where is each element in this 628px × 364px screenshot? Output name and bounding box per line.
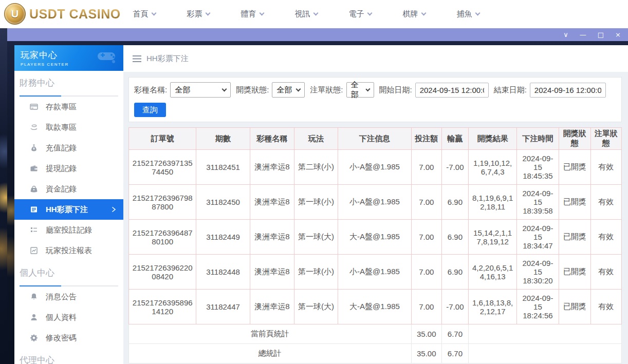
cell-bet_amount: 7.00 bbox=[411, 150, 441, 185]
cell-win_loss: -7.00 bbox=[441, 290, 468, 324]
casino-background-image bbox=[0, 28, 7, 364]
sidebar-section-agent: 代理中心 bbox=[14, 348, 123, 364]
book-icon bbox=[30, 205, 38, 214]
sidebar-item-label: 存款專區 bbox=[46, 102, 77, 112]
sidebar-item-label: 消息公告 bbox=[46, 292, 77, 302]
bets-table: 訂單號期數彩種名稱玩法下注信息投注額輸贏開獎結果下注時間開獎狀態注單狀態 215… bbox=[128, 127, 622, 363]
nav-item-cards[interactable]: 棋牌 bbox=[387, 0, 441, 28]
cell-period: 31182451 bbox=[196, 150, 250, 185]
draw-status-select[interactable]: 全部 bbox=[272, 82, 305, 98]
menu-toggle-icon[interactable] bbox=[133, 55, 141, 62]
chevron-down-icon bbox=[205, 11, 210, 16]
main-nav: 首頁彩票體育視訊電子棋牌捕魚 bbox=[117, 0, 495, 28]
close-icon[interactable]: × bbox=[615, 31, 621, 38]
table-header-row: 訂單號期數彩種名稱玩法下注信息投注額輸贏開獎結果下注時間開獎狀態注單狀態 bbox=[129, 128, 622, 150]
sidebar-item-label: 個人資料 bbox=[46, 313, 77, 322]
cell-draw_status: 已開獎 bbox=[559, 150, 590, 185]
cell-win_loss: -7.00 bbox=[441, 150, 468, 185]
chevron-down-icon bbox=[313, 11, 318, 16]
nav-item-home[interactable]: 首頁 bbox=[117, 0, 171, 28]
query-button[interactable]: 查詢 bbox=[134, 103, 166, 117]
sidebar-item-deposit[interactable]: 存款專區 bbox=[14, 97, 123, 117]
cell-bet_info: 小-A盤@1.985 bbox=[338, 255, 411, 290]
table-row: 215217263962200842031182448澳洲幸运8第一球(小)小-… bbox=[129, 255, 622, 290]
summary-win-loss: 6.70 bbox=[441, 344, 468, 363]
order-status-select[interactable]: 全部 bbox=[346, 82, 374, 98]
minimize-icon[interactable]: — bbox=[580, 31, 586, 38]
lottery-name-select[interactable]: 全部 bbox=[170, 82, 231, 98]
chevron-down-icon bbox=[222, 87, 227, 92]
cell-lottery: 澳洲幸运8 bbox=[250, 255, 294, 290]
maximize-icon[interactable]: □ bbox=[598, 31, 604, 38]
cell-draw_status: 已開獎 bbox=[559, 255, 590, 290]
cell-period: 31182447 bbox=[196, 290, 250, 324]
player-center-window: ∨ — □ × 玩家中心 PLAYERS CENTER 財務中心存款專區取款專區… bbox=[7, 28, 628, 364]
end-date-input[interactable] bbox=[530, 83, 606, 98]
nav-item-lottery[interactable]: 彩票 bbox=[171, 0, 225, 28]
chevron-down-icon bbox=[296, 87, 301, 92]
cell-bet_info: 大-A盤@1.985 bbox=[338, 220, 411, 255]
cell-bet_info: 小-A盤@1.985 bbox=[338, 185, 411, 220]
cell-play: 第一球(大) bbox=[294, 290, 338, 324]
brand-name: USDT CASINO bbox=[29, 7, 121, 22]
summary-empty bbox=[469, 344, 622, 363]
cell-play: 第二球(小) bbox=[294, 150, 338, 185]
cell-order_status: 有效 bbox=[590, 255, 621, 290]
cell-bet_amount: 7.00 bbox=[411, 255, 441, 290]
summary-label: 當前頁統計 bbox=[129, 324, 412, 344]
column-header-draw_status: 開獎狀態 bbox=[559, 128, 590, 150]
cell-draw_result: 1,19,10,12,6,7,4,3 bbox=[469, 150, 517, 185]
sidebar-item-withdraw[interactable]: 取款專區 bbox=[14, 117, 123, 138]
cell-period: 31182450 bbox=[196, 185, 250, 220]
cell-bet_time: 2024-09-15 18:30:20 bbox=[517, 255, 559, 290]
cell-lottery: 澳洲幸运8 bbox=[250, 220, 294, 255]
filter-row: 彩種名稱: 全部 開獎狀態: 全部 注單狀態: 全部 bbox=[133, 82, 617, 98]
sidebar-sections: 財務中心存款專區取款專區充值記錄提現記錄資金記錄HH彩票下注廳室投註記錄玩家投注… bbox=[14, 71, 123, 364]
chevron-down-icon bbox=[365, 87, 370, 91]
lottery-name-label: 彩種名稱: bbox=[134, 85, 167, 95]
sidebar-item-hh-lottery-bet[interactable]: HH彩票下注 bbox=[14, 199, 123, 220]
sidebar-item-player-bet-report[interactable]: 玩家投注報表 bbox=[14, 240, 123, 261]
cell-bet_info: 大-A盤@1.985 bbox=[338, 290, 411, 324]
sidebar-item-hall-bet-record[interactable]: 廳室投註記錄 bbox=[14, 220, 123, 240]
nav-item-slots[interactable]: 電子 bbox=[333, 0, 387, 28]
filter-panel: 彩種名稱: 全部 開獎狀態: 全部 注單狀態: 全部 bbox=[128, 77, 622, 122]
nav-item-video[interactable]: 視訊 bbox=[279, 0, 333, 28]
purse-icon bbox=[30, 185, 38, 193]
collapse-icon[interactable]: ∨ bbox=[563, 31, 568, 38]
summary-win-loss: 6.70 bbox=[441, 324, 468, 344]
cell-bet_amount: 7.00 bbox=[411, 290, 441, 324]
cell-period: 31182449 bbox=[196, 220, 250, 255]
cell-period: 31182448 bbox=[196, 255, 250, 290]
cell-draw_result: 4,2,20,6,5,14,16,13 bbox=[469, 255, 517, 290]
nav-item-sports[interactable]: 體育 bbox=[225, 0, 279, 28]
sidebar-item-funds-record[interactable]: 資金記錄 bbox=[14, 179, 123, 199]
gamepad-icon bbox=[97, 50, 117, 64]
start-date-label: 開始日期: bbox=[379, 85, 412, 95]
report-icon bbox=[30, 246, 38, 255]
sidebar-item-change-password[interactable]: 修改密碼 bbox=[14, 328, 123, 348]
sidebar-item-recharge-record[interactable]: 充值記錄 bbox=[14, 138, 123, 158]
sidebar-item-notice[interactable]: 消息公告 bbox=[14, 286, 123, 307]
cell-play: 第一球(大) bbox=[294, 220, 338, 255]
cell-order_status: 有效 bbox=[590, 150, 621, 185]
nav-item-fishing[interactable]: 捕魚 bbox=[441, 0, 495, 28]
cell-draw_result: 15,14,2,1,17,8,19,12 bbox=[469, 220, 517, 255]
cell-order_status: 有效 bbox=[590, 220, 621, 255]
column-header-order_status: 注單狀態 bbox=[590, 128, 621, 150]
sidebar-item-profile[interactable]: 個人資料 bbox=[14, 307, 123, 328]
cell-win_loss: 6.90 bbox=[441, 255, 468, 290]
cell-order_no: 2152172639679887800 bbox=[129, 185, 196, 220]
gear-icon bbox=[30, 334, 38, 342]
sidebar-item-withdrawal-record[interactable]: 提現記錄 bbox=[14, 158, 123, 179]
cell-order_no: 2152172639713574450 bbox=[129, 150, 196, 185]
start-date-input[interactable] bbox=[415, 83, 489, 98]
summary-label: 總統計 bbox=[129, 344, 412, 363]
table-row: 215217263964878010031182449澳洲幸运8第一球(大)大-… bbox=[129, 220, 622, 255]
brand-logo[interactable]: U USDT CASINO bbox=[4, 3, 121, 25]
column-header-bet_info: 下注信息 bbox=[338, 128, 411, 150]
money-bag-icon bbox=[30, 144, 38, 152]
cell-lottery: 澳洲幸运8 bbox=[250, 185, 294, 220]
wallet-icon bbox=[30, 164, 38, 173]
cell-bet_info: 小-A盤@1.985 bbox=[338, 150, 411, 185]
